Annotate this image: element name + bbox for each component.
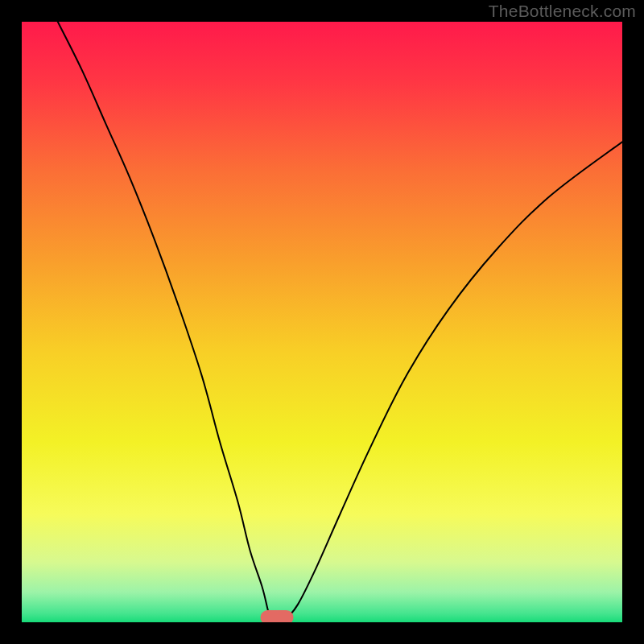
chart-svg xyxy=(22,22,622,622)
watermark-text: TheBottleneck.com xyxy=(489,2,636,21)
gradient-background xyxy=(22,22,622,622)
chart-frame: TheBottleneck.com xyxy=(0,0,644,644)
marker-group xyxy=(261,610,294,622)
plot-area xyxy=(22,22,622,622)
minimum-marker xyxy=(261,610,294,622)
